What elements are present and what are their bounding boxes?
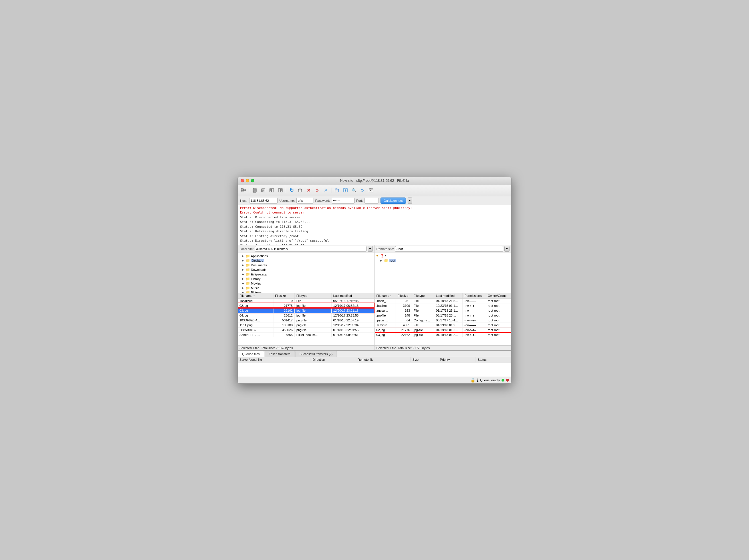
window-controls[interactable]: [241, 179, 254, 182]
table-row[interactable]: 04.jpg 25612 jpg-file 12/20/17 23:23:55: [238, 313, 374, 318]
table-row[interactable]: 02.jpg 21776 jpg-file 01/19/18 01:2... -…: [375, 327, 511, 332]
tree-item-label: Applications: [251, 254, 268, 258]
table-row[interactable]: .pydist... 64 Configura... 08/17/17 15:4…: [375, 318, 511, 323]
local-col-filetype[interactable]: Filetype: [295, 293, 331, 299]
tree-toggle-icon[interactable]: ▶: [242, 273, 246, 276]
table-row[interactable]: 02.jpg 21775 jpg-file 12/19/17 06:52:13: [238, 303, 374, 308]
password-input[interactable]: [332, 198, 355, 203]
local-tree-item[interactable]: ▶📁Eclipse.app: [238, 272, 374, 277]
cell-filesize: 4351: [396, 323, 412, 327]
toggle-log-button[interactable]: [259, 186, 267, 194]
folder-icon: 📁: [246, 277, 250, 281]
local-col-filesize[interactable]: Filesize: [273, 293, 294, 299]
tree-toggle-icon[interactable]: ▶: [242, 254, 246, 257]
cell-filesize: 25612: [273, 313, 294, 318]
table-row[interactable]: .localized 0 File 05/02/16 17:16:46: [238, 298, 374, 303]
tree-toggle-icon[interactable]: ▶: [380, 259, 384, 262]
local-tree-item[interactable]: ▶📁Music: [238, 286, 374, 290]
tree-toggle-icon[interactable]: ▶: [242, 259, 246, 262]
remote-path-input[interactable]: [395, 246, 503, 252]
remote-col-modified[interactable]: Last modified: [434, 293, 463, 299]
remote-col-owner[interactable]: Owner/Group: [486, 293, 511, 299]
remote-path-dropdown[interactable]: ▼: [505, 246, 510, 252]
table-row[interactable]: 03.jpg 22162 jpg-file 01/19/18 01:2... -…: [375, 332, 511, 337]
refresh-button[interactable]: ↻: [287, 186, 295, 194]
tree-toggle-icon[interactable]: ▶: [242, 268, 246, 271]
tree-toggle-icon[interactable]: ▶: [242, 291, 246, 293]
queue-tab[interactable]: Failed transfers: [264, 351, 295, 357]
username-label: Username:: [279, 199, 295, 202]
remote-col-filesize[interactable]: Filesize: [396, 293, 412, 299]
reconnect-button[interactable]: ↗: [322, 186, 330, 194]
close-button[interactable]: [241, 179, 244, 182]
queue-col-size[interactable]: Size: [410, 357, 438, 363]
local-path-dropdown[interactable]: ▼: [368, 246, 373, 252]
tree-toggle-icon[interactable]: ▶: [242, 282, 246, 285]
minimize-button[interactable]: [246, 179, 249, 182]
cell-filesize: 22162: [396, 332, 412, 337]
local-path-input[interactable]: [255, 246, 366, 252]
local-tree-item[interactable]: ▶📁Downloads: [238, 267, 374, 272]
find-button[interactable]: [367, 186, 375, 194]
table-row[interactable]: .mysql... 153 File 01/17/18 23:1... -rw-…: [375, 308, 511, 313]
local-tree-item[interactable]: ▶📁Movies: [238, 281, 374, 286]
table-row[interactable]: 03.jpg 22162 jpg-file 12/20/17 23:21:18: [238, 308, 374, 313]
quickconnect-dropdown[interactable]: ▼: [408, 197, 412, 204]
toggle-local-tree-button[interactable]: [268, 186, 276, 194]
table-row[interactable]: AdminLTE 2 ... 4855 HTML docum... 01/13/…: [238, 332, 374, 337]
tree-toggle-icon[interactable]: ▼: [376, 254, 380, 257]
quickconnect-button[interactable]: Quickconnect: [381, 197, 406, 204]
table-row[interactable]: .profile 148 File 08/17/15 23:... -rw-r-…: [375, 313, 511, 318]
host-input[interactable]: [249, 198, 278, 203]
queue-col-status[interactable]: Status: [476, 357, 511, 363]
local-tree: ▶📁Applications▶📁Desktop▶📁Documents▶📁Down…: [238, 253, 374, 293]
queue-col-priority[interactable]: Priority: [438, 357, 476, 363]
queue-tab[interactable]: Successful transfers (2): [295, 351, 337, 357]
tree-toggle-icon[interactable]: ▶: [242, 277, 246, 280]
remote-col-filename[interactable]: Filename ↑: [375, 293, 396, 299]
table-row[interactable]: 1111.png 136108 png-file 12/15/17 22:09:…: [238, 323, 374, 327]
cell-permissions: -rw-------: [463, 323, 486, 327]
cell-filetype: HTML docum...: [295, 332, 331, 337]
tree-toggle-icon[interactable]: ▶: [242, 286, 246, 289]
local-col-modified[interactable]: Last modified: [331, 293, 374, 299]
local-tree-item[interactable]: ▶📁Library: [238, 277, 374, 281]
sync-button[interactable]: ⟳: [359, 186, 366, 194]
remote-col-permissions[interactable]: Permissions: [463, 293, 486, 299]
username-input[interactable]: [296, 198, 314, 203]
queue-col-remote[interactable]: Remote file: [356, 357, 410, 363]
disconnect-button[interactable]: ⊗: [313, 186, 321, 194]
local-tree-item[interactable]: ▶📁Documents: [238, 263, 374, 267]
local-tree-item[interactable]: ▶📁Desktop: [238, 258, 374, 263]
queue-col-local[interactable]: Server/Local file: [238, 357, 311, 363]
filter-button[interactable]: [296, 186, 304, 194]
cancel-button[interactable]: ✕: [304, 186, 313, 194]
tree-toggle-icon[interactable]: ▶: [242, 263, 246, 266]
copy-queue-button[interactable]: [251, 186, 259, 194]
tree-item-label: Documents: [251, 263, 267, 267]
remote-col-filetype[interactable]: Filetype: [412, 293, 434, 299]
explorer-button[interactable]: [333, 186, 341, 194]
search-files-button[interactable]: 🔍: [350, 186, 358, 194]
site-manager-button[interactable]: [239, 186, 248, 194]
table-row[interactable]: .bashrc 3106 File 10/23/15 01:1... -rw-r…: [375, 303, 511, 308]
toggle-remote-tree-button[interactable]: [276, 186, 284, 194]
folder-icon: 📁: [246, 281, 250, 285]
queue-col-direction[interactable]: Direction: [311, 357, 356, 363]
table-row[interactable]: .viminfo 4351 File 01/19/18 01:2... -rw-…: [375, 323, 511, 327]
cell-filesize: 21775: [273, 303, 294, 308]
table-row[interactable]: .bash_... 251 File 01/18/18 21:5... -rw-…: [375, 298, 511, 303]
folder-icon: 📁: [384, 259, 388, 263]
port-input[interactable]: [364, 198, 379, 203]
queue-tab[interactable]: Queued files: [238, 351, 264, 357]
local-col-filename[interactable]: Filename ↑: [238, 293, 273, 299]
maximize-button[interactable]: [251, 179, 254, 182]
table-row[interactable]: 103DF8E3-4... 501417 png-file 01/18/18 2…: [238, 318, 374, 323]
remote-tree-item[interactable]: ▼❓/: [375, 254, 512, 258]
remote-tree-item[interactable]: ▶📁root: [375, 258, 512, 263]
table-row[interactable]: 2B85B04C-... 358026 png-file 01/18/18 22…: [238, 327, 374, 332]
local-tree-item[interactable]: ▶📁Applications: [238, 254, 374, 258]
cell-filename: 02.jpg: [238, 303, 273, 308]
local-tree-item[interactable]: ▶📁Pictures: [238, 290, 374, 293]
compare-button[interactable]: [341, 186, 349, 194]
